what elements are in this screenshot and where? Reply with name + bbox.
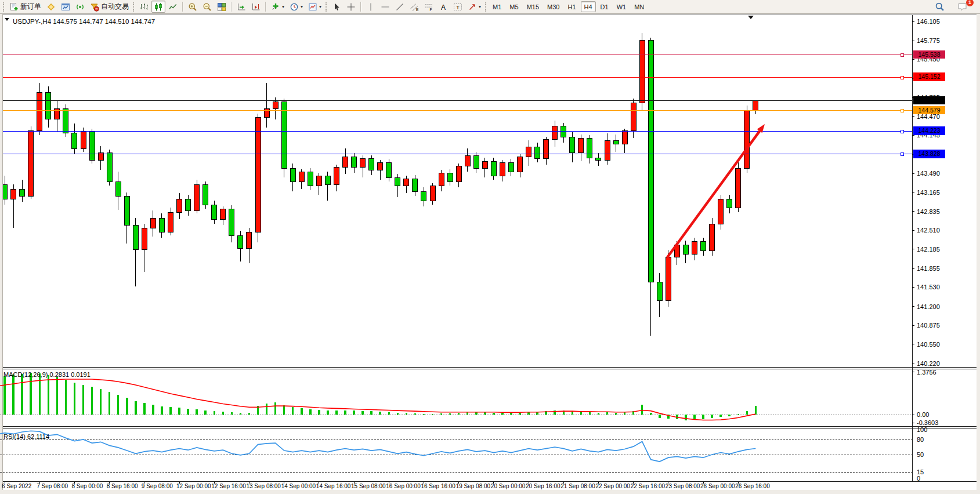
price-tick-label: 140.875	[917, 322, 940, 329]
fibonacci-button[interactable]: F	[422, 1, 436, 13]
price-tick-label: 143.165	[917, 189, 940, 196]
time-tick-label: 20 Sep 00:00	[491, 483, 526, 489]
chart-bars-button[interactable]	[137, 1, 151, 13]
time-tick-label: 14 Sep 00:00	[281, 483, 316, 489]
indicators-button[interactable]: ▾	[269, 1, 287, 13]
price-tick-label: 146.105	[917, 18, 940, 25]
rsi-tick-label: 100	[917, 426, 927, 433]
price-tick-label: 142.510	[917, 227, 940, 234]
signals-icon	[75, 2, 85, 12]
time-axis[interactable]: 6 Sep 20227 Sep 08:008 Sep 00:008 Sep 16…	[2, 482, 770, 489]
auto-scroll-icon	[237, 2, 246, 12]
time-tick-label: 26 Sep 16:00	[735, 483, 770, 489]
toolbar-right: 1	[932, 1, 970, 13]
macd-label: MACD(12,26,9) 0.2831 0.0191	[3, 371, 91, 378]
arrows-button[interactable]: ▾	[465, 1, 483, 13]
cursor-icon	[332, 2, 341, 12]
timeframe-W1[interactable]: W1	[613, 1, 630, 12]
templates-button[interactable]: ▾	[306, 1, 324, 13]
rsi-label: RSI(14) 62.1114	[3, 433, 49, 440]
rsi-tick-label: 80	[917, 436, 924, 443]
zoom-in-icon	[188, 2, 197, 12]
zoom-out-button[interactable]	[200, 1, 214, 13]
new-order-label: 新订单	[20, 2, 41, 12]
signals-button[interactable]	[73, 1, 87, 13]
time-tick-label: 6 Sep 2022	[2, 483, 32, 489]
price-tick-label: 141.530	[917, 284, 940, 290]
zoom-in-button[interactable]	[186, 1, 200, 13]
time-tick-label: 20 Sep 16:00	[526, 483, 560, 489]
timeframe-M15[interactable]: M15	[523, 1, 543, 12]
time-tick-label: 9 Sep 08:00	[142, 483, 173, 489]
trendline-button[interactable]	[393, 1, 407, 13]
toolbar-grip[interactable]	[3, 2, 4, 12]
crosshair-button[interactable]	[344, 1, 358, 13]
price-tick-label: 142.835	[917, 208, 940, 215]
timeframe-M5[interactable]: M5	[506, 1, 522, 12]
price-chart-canvas[interactable]: 146.105145.775145.450145.125144.795144.4…	[0, 14, 980, 494]
autotrading-label: 自动交易	[101, 2, 129, 12]
toolbar-separator	[231, 2, 232, 12]
time-tick-label: 7 Sep 08:00	[37, 483, 68, 489]
auto-scroll-button[interactable]	[234, 1, 248, 13]
time-tick-label: 8 Sep 00:00	[71, 483, 103, 489]
rsi-tick-label: 50	[917, 451, 924, 458]
timeframe-H1[interactable]: H1	[564, 1, 579, 12]
fibonacci-icon: F	[424, 2, 433, 12]
symbol-ohlc-title: USDJPY-,H4 144.575 144.747 144.510 144.7…	[13, 18, 155, 25]
new-order-button[interactable]: 新订单	[7, 1, 44, 13]
svg-text:E: E	[416, 8, 419, 12]
text-button[interactable]: A	[436, 1, 450, 13]
dropdown-caret-icon: ▾	[479, 5, 481, 9]
chart-candles-button[interactable]	[151, 1, 165, 13]
tile-windows-icon	[217, 2, 226, 12]
chart-shift-button[interactable]	[249, 1, 263, 13]
autotrading-button[interactable]: 自动交易	[88, 1, 131, 13]
horizontal-line-button[interactable]	[378, 1, 392, 13]
toolbar-grip[interactable]	[326, 2, 327, 12]
cursor-button[interactable]	[330, 1, 343, 13]
price-badge-label: 144.223	[918, 127, 941, 134]
timeframe-M1[interactable]: M1	[489, 1, 505, 12]
time-tick-label: 16 Sep 00:00	[386, 483, 421, 489]
line-chart-icon	[168, 2, 178, 12]
indicators-icon	[271, 2, 280, 12]
price-badge-label: 143.828	[918, 150, 941, 157]
price-tick-label: 142.185	[917, 246, 940, 253]
price-badge-label: 144.579	[918, 107, 941, 114]
timeframe-MN[interactable]: MN	[631, 1, 648, 12]
timeframe-D1[interactable]: D1	[597, 1, 612, 12]
time-tick-label: 13 Sep 08:00	[246, 483, 281, 489]
tile-windows-button[interactable]	[215, 1, 229, 13]
horizontal-line-icon	[381, 2, 390, 12]
data-window-button[interactable]	[59, 1, 73, 13]
mt4-terminal-window: 新订单 自动交易	[0, 0, 980, 494]
zoom-out-icon	[202, 2, 212, 12]
text-label-icon: T	[453, 2, 462, 12]
chart-line-button[interactable]	[166, 1, 180, 13]
macd-tick-label: 0.00	[917, 411, 929, 418]
time-tick-label: 22 Sep 00:00	[595, 483, 630, 489]
bar-chart-icon	[139, 2, 149, 12]
channel-button[interactable]: E	[407, 1, 421, 13]
text-label-button[interactable]: T	[451, 1, 465, 13]
macd-tick-label: 1.3756	[917, 369, 936, 376]
dropdown-caret-icon: ▾	[301, 5, 303, 9]
toolbar-grip[interactable]	[133, 2, 134, 12]
toolbar-grip[interactable]	[485, 2, 486, 12]
chart-shift-icon	[251, 2, 261, 12]
equidistant-channel-icon: E	[410, 2, 419, 12]
periods-button[interactable]: ▾	[287, 1, 305, 13]
time-tick-label: 23 Sep 08:00	[666, 483, 700, 489]
svg-text:F: F	[430, 8, 432, 12]
timeframe-H4[interactable]: H4	[581, 1, 596, 12]
vertical-line-button[interactable]	[364, 1, 378, 13]
timeframe-M30[interactable]: M30	[544, 1, 563, 12]
search-button[interactable]	[932, 1, 947, 13]
chat-button[interactable]: 1	[955, 1, 970, 13]
timeframe-group: M1M5M15M30H1H4D1W1MN	[489, 1, 648, 12]
toolbar-separator	[360, 2, 361, 12]
search-icon	[935, 2, 945, 12]
autotrading-icon	[90, 2, 99, 12]
market-watch-button[interactable]	[44, 1, 58, 13]
